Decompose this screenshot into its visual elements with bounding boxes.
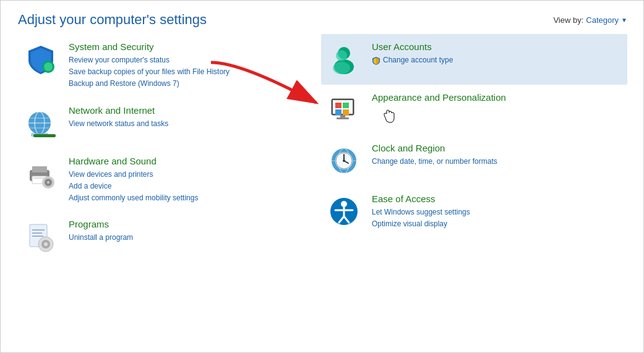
programs-text: Programs Uninstall a program bbox=[69, 219, 304, 244]
uac-shield-icon bbox=[372, 56, 380, 65]
ease-of-access-text: Ease of Access Let Windows suggest setti… bbox=[372, 194, 622, 230]
category-hardware-sound: Hardware and Sound View devices and prin… bbox=[18, 148, 309, 212]
mobility-settings-link[interactable]: Adjust commonly used mobility settings bbox=[69, 192, 304, 204]
svg-rect-29 bbox=[335, 103, 341, 108]
programs-icon bbox=[23, 219, 59, 255]
left-panel: System and Security Review your computer… bbox=[18, 34, 321, 262]
svg-rect-31 bbox=[335, 109, 341, 115]
chevron-down-icon[interactable]: ▼ bbox=[621, 17, 627, 23]
hardware-sound-text: Hardware and Sound View devices and prin… bbox=[69, 156, 304, 205]
file-history-link[interactable]: Save backup copies of your files with Fi… bbox=[69, 66, 304, 78]
hardware-sound-title[interactable]: Hardware and Sound bbox=[69, 156, 304, 166]
clock-region-text: Clock and Region Change date, time, or n… bbox=[372, 143, 622, 168]
svg-rect-10 bbox=[32, 166, 47, 172]
svg-rect-8 bbox=[33, 134, 56, 137]
programs-title[interactable]: Programs bbox=[69, 219, 304, 229]
windows-suggest-link[interactable]: Let Windows suggest settings bbox=[372, 206, 622, 218]
uninstall-link[interactable]: Uninstall a program bbox=[69, 232, 304, 244]
svg-point-26 bbox=[333, 62, 350, 74]
svg-rect-30 bbox=[343, 103, 349, 108]
view-by-control: View by: Category ▼ bbox=[553, 15, 627, 25]
category-user-accounts: User Accounts Change account type bbox=[321, 34, 627, 85]
ease-of-access-icon bbox=[326, 194, 362, 229]
svg-rect-18 bbox=[32, 232, 42, 234]
system-security-title[interactable]: System and Security bbox=[69, 41, 304, 52]
category-appearance: Appearance and Personalization bbox=[321, 85, 627, 135]
appearance-icon bbox=[326, 92, 362, 128]
clock-region-title[interactable]: Clock and Region bbox=[372, 143, 622, 153]
category-programs: Programs Uninstall a program bbox=[18, 211, 309, 262]
system-security-text: System and Security Review your computer… bbox=[69, 41, 304, 90]
svg-point-42 bbox=[343, 159, 345, 162]
svg-point-22 bbox=[44, 242, 48, 246]
add-device-link[interactable]: Add a device bbox=[69, 181, 304, 192]
backup-restore-link[interactable]: Backup and Restore (Windows 7) bbox=[69, 78, 304, 90]
clock-region-icon bbox=[326, 143, 362, 179]
page-title: Adjust your computer's settings bbox=[18, 12, 207, 28]
network-internet-icon bbox=[23, 105, 59, 141]
date-time-link[interactable]: Change date, time, or number formats bbox=[372, 156, 622, 168]
svg-point-1 bbox=[44, 62, 53, 71]
network-internet-title[interactable]: Network and Internet bbox=[69, 105, 304, 116]
svg-point-25 bbox=[336, 50, 347, 61]
svg-rect-32 bbox=[343, 109, 349, 115]
optimize-display-link[interactable]: Optimize visual display bbox=[372, 218, 622, 230]
category-system-security: System and Security Review your computer… bbox=[18, 34, 309, 98]
svg-rect-17 bbox=[32, 229, 45, 231]
review-status-link[interactable]: Review your computer's status bbox=[69, 54, 304, 66]
devices-printers-link[interactable]: View devices and printers bbox=[69, 169, 304, 181]
appearance-title[interactable]: Appearance and Personalization bbox=[372, 92, 622, 103]
main-content: System and Security Review your computer… bbox=[1, 34, 644, 262]
category-clock-region: Clock and Region Change date, time, or n… bbox=[321, 135, 627, 186]
view-by-label: View by: bbox=[553, 15, 583, 25]
system-security-icon bbox=[23, 41, 59, 77]
right-panel: User Accounts Change account type bbox=[321, 34, 627, 262]
appearance-text: Appearance and Personalization bbox=[372, 92, 622, 105]
svg-rect-19 bbox=[32, 236, 43, 237]
view-by-value[interactable]: Category bbox=[586, 15, 619, 25]
network-status-link[interactable]: View network status and tasks bbox=[69, 118, 304, 130]
ease-of-access-title[interactable]: Ease of Access bbox=[372, 194, 622, 204]
header: Adjust your computer's settings View by:… bbox=[1, 1, 644, 34]
user-accounts-title[interactable]: User Accounts bbox=[372, 41, 622, 52]
category-network-internet: Network and Internet View network status… bbox=[18, 98, 309, 148]
svg-point-15 bbox=[47, 181, 49, 184]
svg-rect-34 bbox=[337, 117, 349, 119]
user-accounts-icon bbox=[326, 41, 362, 77]
user-accounts-text: User Accounts Change account type bbox=[372, 41, 622, 66]
change-account-container: Change account type bbox=[372, 54, 622, 66]
hardware-sound-icon bbox=[23, 156, 59, 192]
category-ease-of-access: Ease of Access Let Windows suggest setti… bbox=[321, 186, 627, 237]
network-internet-text: Network and Internet View network status… bbox=[69, 105, 304, 130]
change-account-type-link[interactable]: Change account type bbox=[383, 54, 453, 66]
